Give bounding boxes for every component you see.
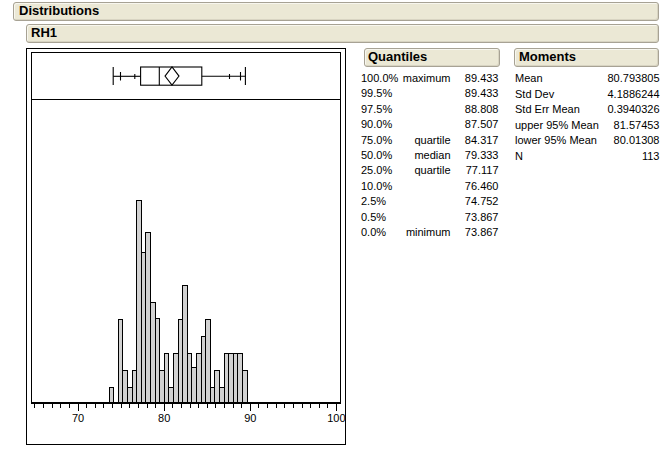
svg-text:100: 100 [327,412,345,424]
svg-text:90: 90 [244,412,256,424]
svg-text:80: 80 [158,412,170,424]
svg-text:70: 70 [72,412,84,424]
